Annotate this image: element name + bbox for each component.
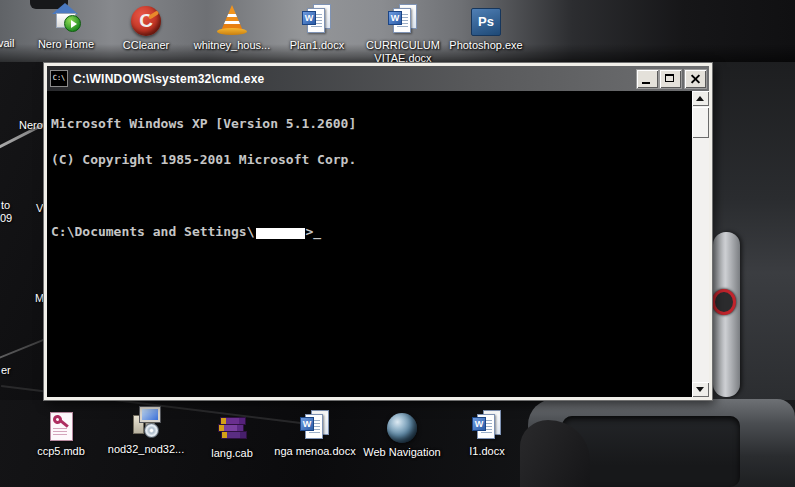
desktop-icon-ccp5-mdb[interactable]: ccp5.mdb xyxy=(19,408,103,458)
wallpaper-red-button xyxy=(712,289,736,315)
arrow-down-icon xyxy=(696,387,704,392)
desktop-icon-nod32-installer[interactable]: nod32_nod32... xyxy=(104,406,188,456)
globe-icon xyxy=(387,413,417,443)
word-document-icon: W xyxy=(470,410,504,442)
desktop-icon-label: Nero Home xyxy=(38,38,94,51)
scrollbar[interactable] xyxy=(692,91,709,397)
word-document-icon: W xyxy=(386,4,420,36)
ccleaner-icon: C xyxy=(131,6,161,36)
desktop-icon-label: Photoshop.exe xyxy=(449,39,522,52)
scroll-down-button[interactable] xyxy=(692,382,709,397)
photoshop-icon: Ps xyxy=(471,8,501,36)
terminal-text: Microsoft Windows XP [Version 5.1.2600] … xyxy=(51,94,688,397)
desktop-icon-label: ccp5.mdb xyxy=(37,445,85,458)
terminal-line-blank xyxy=(51,190,688,202)
desktop-icon-label-partial: vail xyxy=(0,37,15,49)
desktop-icon-nero-home[interactable]: Nero Home xyxy=(24,1,108,51)
cmd-window-title: C:\WINDOWS\system32\cmd.exe xyxy=(73,72,635,86)
desktop-icon-label: I1.docx xyxy=(469,445,504,458)
desktop-icon-i1-docx[interactable]: W I1.docx xyxy=(445,408,529,458)
desktop-icon-label: nod32_nod32... xyxy=(108,443,184,456)
desktop-icon-ccleaner[interactable]: C CCleaner xyxy=(104,2,188,52)
cmd-icon: C:\ xyxy=(50,70,68,87)
desktop-icon-label: CURRICULUM VITAE.docx xyxy=(361,39,445,65)
scroll-up-button[interactable] xyxy=(692,91,709,106)
desktop-icon-label-partial: M xyxy=(35,292,44,304)
installer-icon xyxy=(129,406,163,440)
prompt-path: C:\Documents and Settings\ xyxy=(51,224,255,239)
desktop-icon-whitney-hous[interactable]: whitney_hous... xyxy=(190,2,274,52)
maximize-button[interactable] xyxy=(660,70,681,88)
terminal-line: (C) Copyright 1985-2001 Microsoft Corp. xyxy=(51,154,688,166)
desktop-icon-web-navigation[interactable]: Web Navigation xyxy=(360,409,444,459)
minimize-button[interactable] xyxy=(637,70,658,88)
desktop-icon-label-partial: to xyxy=(1,199,10,211)
desktop-icon-plan1-docx[interactable]: W Plan1.docx xyxy=(275,2,359,52)
desktop-icon-nga-menoa-docx[interactable]: W nga menoa.docx xyxy=(273,408,357,458)
desktop-icon-label: CCleaner xyxy=(123,39,169,52)
redaction-box xyxy=(256,228,305,239)
desktop-icon-curriculum-vitae-docx[interactable]: W CURRICULUM VITAE.docx xyxy=(361,2,445,65)
vlc-cone-icon xyxy=(215,4,249,36)
minimize-icon xyxy=(642,82,650,84)
cmd-window-titlebar[interactable]: C:\ C:\WINDOWS\system32\cmd.exe xyxy=(47,66,709,91)
desktop-icon-label: whitney_hous... xyxy=(194,39,270,52)
scrollbar-thumb[interactable] xyxy=(692,107,709,138)
terminal-cursor: _ xyxy=(313,224,321,239)
desktop-icon-label: Web Navigation xyxy=(363,446,440,459)
arrow-up-icon xyxy=(696,96,704,101)
desktop-icon-label: nga menoa.docx xyxy=(274,445,355,458)
desktop-icon-label-partial: Nero xyxy=(19,119,43,131)
cmd-window: C:\ C:\WINDOWS\system32\cmd.exe Microsof… xyxy=(44,63,712,400)
desktop-icon-lang-cab[interactable]: lang.cab xyxy=(190,410,274,460)
desktop-icon-photoshop-exe[interactable]: Ps Photoshop.exe xyxy=(444,2,528,52)
desktop-icon-label-partial: er xyxy=(1,364,11,376)
maximize-icon xyxy=(665,74,674,82)
terminal-area[interactable]: Microsoft Windows XP [Version 5.1.2600] … xyxy=(47,91,709,397)
access-database-icon xyxy=(45,410,77,442)
terminal-prompt-line: C:\Documents and Settings\>_ xyxy=(51,226,688,238)
nero-home-icon xyxy=(49,3,83,35)
word-document-icon: W xyxy=(300,4,334,36)
cab-archive-icon xyxy=(216,414,248,444)
terminal-line: Microsoft Windows XP [Version 5.1.2600] xyxy=(51,118,688,130)
desktop-icon-label: Plan1.docx xyxy=(290,39,344,52)
desktop-icon-label-partial: 09 xyxy=(0,212,12,224)
word-document-icon: W xyxy=(298,410,332,442)
close-button[interactable] xyxy=(685,70,706,88)
desktop-icon-label: lang.cab xyxy=(211,447,253,460)
